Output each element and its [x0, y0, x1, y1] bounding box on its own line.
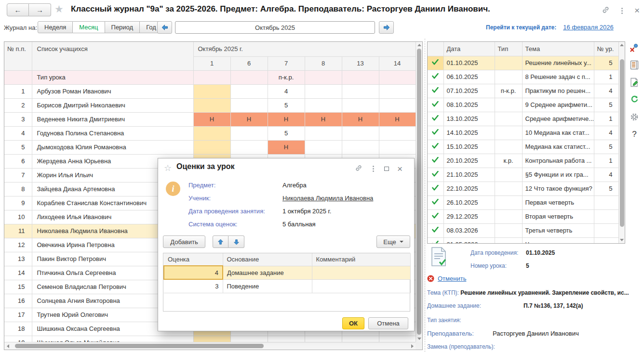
lesson-check-cell[interactable]: [428, 98, 443, 112]
lesson-theme-cell[interactable]: 10 Медиана как стат...: [522, 126, 594, 140]
mark-cell[interactable]: [193, 336, 230, 342]
mark-cell[interactable]: [305, 98, 342, 112]
grade-mark-cell[interactable]: 3: [164, 279, 223, 293]
mark-cell[interactable]: 5: [268, 98, 305, 112]
lesson-date-cell[interactable]: 29.12.2025: [443, 209, 495, 223]
lesson-type-cell[interactable]: [495, 196, 522, 209]
lesson-theme-cell[interactable]: Четвертая четверть: [522, 237, 594, 243]
prev-month-button[interactable]: [157, 21, 172, 34]
lesson-theme-cell[interactable]: Вторая четверть: [522, 209, 594, 223]
date-column-header[interactable]: 1: [193, 56, 230, 70]
lessons-vertical-scrollbar[interactable]: [618, 42, 625, 243]
grade-reason-cell[interactable]: Поведение: [223, 279, 312, 293]
lesson-type-cell[interactable]: [495, 70, 522, 84]
grid-hscroll-thumb[interactable]: [15, 344, 264, 348]
mark-cell[interactable]: [230, 126, 268, 140]
lesson-theme-cell[interactable]: Медиана как статист...: [522, 140, 594, 154]
lesson-theme-cell[interactable]: Решение линейных у...: [522, 56, 594, 70]
lesson-number-cell[interactable]: 5: [594, 98, 618, 112]
ok-button[interactable]: ОК: [342, 317, 364, 329]
lesson-date-cell[interactable]: 15.10.2025: [443, 140, 495, 154]
lesson-number-cell[interactable]: 5: [594, 182, 618, 196]
lesson-number-cell[interactable]: 5: [594, 56, 618, 70]
lesson-check-cell[interactable]: [428, 168, 443, 182]
mark-cell[interactable]: 5: [268, 126, 305, 140]
journal-icon[interactable]: [629, 60, 640, 70]
period-button-range[interactable]: Период: [105, 21, 140, 33]
cancel-lesson-link[interactable]: Отменить: [438, 275, 466, 282]
lesson-number-cell[interactable]: 4: [594, 84, 618, 98]
lessons-vscroll-thumb[interactable]: [620, 59, 624, 227]
mark-cell[interactable]: [193, 126, 230, 140]
lesson-date-cell[interactable]: 01.10.2025: [443, 56, 495, 70]
mark-cell[interactable]: 4: [268, 84, 305, 98]
cancel-button[interactable]: Отмена: [368, 317, 408, 329]
mark-cell[interactable]: [230, 336, 268, 342]
mark-cell[interactable]: [230, 140, 268, 154]
mark-cell[interactable]: Н: [230, 112, 268, 126]
mark-cell[interactable]: [379, 140, 416, 154]
lesson-check-cell[interactable]: [428, 209, 443, 223]
mark-cell[interactable]: [342, 98, 379, 112]
student-name[interactable]: Веденеев Никита Дмитриевич: [32, 112, 193, 126]
modal-favorite-star-icon[interactable]: ☆: [164, 163, 172, 173]
favorite-star-icon[interactable]: ★: [54, 4, 64, 14]
help-icon[interactable]: ?: [629, 129, 640, 140]
mark-cell[interactable]: Н: [268, 140, 305, 154]
lesson-date-cell[interactable]: 22.10.2025: [443, 182, 495, 196]
student-name[interactable]: Арбузов Роман Иванович: [32, 84, 193, 98]
mark-cell[interactable]: [230, 84, 268, 98]
month-field[interactable]: Октябрь 2025: [175, 21, 375, 34]
mark-cell[interactable]: [342, 126, 379, 140]
period-button-month[interactable]: Месяц: [73, 21, 105, 33]
lesson-number-cell[interactable]: 1: [594, 154, 618, 168]
date-column-header[interactable]: 14: [379, 56, 416, 70]
mark-cell[interactable]: Н: [193, 112, 230, 126]
lesson-number-cell[interactable]: 1: [594, 70, 618, 84]
lesson-type-cell[interactable]: [495, 182, 522, 196]
mark-cell[interactable]: Н: [379, 112, 416, 126]
lesson-number-cell[interactable]: [594, 196, 618, 209]
mark-cell[interactable]: [342, 336, 379, 342]
lesson-check-cell[interactable]: [428, 154, 443, 168]
student-name[interactable]: Борисов Дмитрий Николаевич: [32, 98, 193, 112]
lesson-theme-cell[interactable]: Первая четверть: [522, 196, 594, 209]
close-icon[interactable]: ×: [634, 7, 640, 14]
lesson-type-cell[interactable]: [495, 140, 522, 154]
lesson-number-cell[interactable]: 4: [594, 126, 618, 140]
lesson-number-cell[interactable]: 4: [594, 168, 618, 182]
lesson-type-cell[interactable]: к.р.: [495, 154, 522, 168]
grade-mark-cell[interactable]: 4: [164, 266, 223, 279]
mark-cell[interactable]: [230, 98, 268, 112]
lesson-theme-cell[interactable]: 9 Среднее арифмети...: [522, 98, 594, 112]
date-column-header[interactable]: 7: [268, 56, 305, 70]
lesson-check-cell[interactable]: [428, 56, 443, 70]
modal-menu-icon[interactable]: [371, 165, 376, 172]
refresh-icon[interactable]: [629, 94, 640, 105]
panel-splitter[interactable]: [425, 39, 425, 352]
lesson-date-cell[interactable]: 06.10.2025: [443, 70, 495, 84]
grade-comment-cell[interactable]: [312, 266, 410, 279]
lesson-check-cell[interactable]: [428, 112, 443, 126]
student-name[interactable]: Годунова Полина Степановна: [32, 126, 193, 140]
modal-maximize-icon[interactable]: [384, 167, 389, 171]
forward-button[interactable]: →: [29, 3, 51, 16]
mark-cell[interactable]: [305, 126, 342, 140]
lesson-check-cell[interactable]: [428, 70, 443, 84]
grade-reason-cell[interactable]: Домашнее задание: [223, 266, 312, 279]
lesson-number-cell[interactable]: 5: [594, 140, 618, 154]
mark-cell[interactable]: [379, 84, 416, 98]
add-grade-button[interactable]: Добавить: [163, 235, 205, 248]
lesson-number-cell[interactable]: [594, 209, 618, 223]
link-icon[interactable]: [602, 6, 610, 15]
lesson-date-cell[interactable]: 08.03.2026: [443, 223, 495, 237]
modal-student-link[interactable]: Николаева Людмила Ивановна: [282, 195, 373, 202]
mark-cell[interactable]: Н: [268, 112, 305, 126]
unpin-icon[interactable]: [629, 42, 640, 53]
period-button-week[interactable]: Неделя: [38, 21, 73, 33]
more-button[interactable]: Еще: [376, 235, 410, 248]
mark-cell[interactable]: [193, 98, 230, 112]
lesson-theme-cell[interactable]: Контрольная работа ...: [522, 154, 594, 168]
mark-cell[interactable]: [379, 126, 416, 140]
mark-cell[interactable]: [379, 336, 416, 342]
